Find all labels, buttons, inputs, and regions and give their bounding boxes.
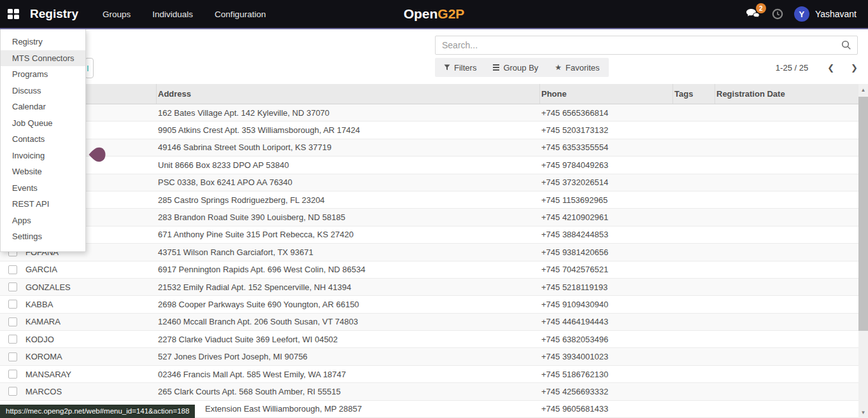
row-checkbox[interactable] [8, 387, 17, 396]
cell-address[interactable]: 9905 Atkins Crest Apt. 353 Williamsborou… [157, 125, 540, 135]
cell-phone[interactable]: +745 4464194443 [540, 317, 673, 326]
user-menu[interactable]: Y Yashavant [794, 6, 857, 22]
cell-phone[interactable]: +745 4256693332 [540, 387, 673, 396]
header-address[interactable]: Address [157, 84, 540, 104]
cell-address[interactable]: 265 Clark Courts Apt. 568 South Amber, R… [157, 387, 540, 396]
table-row[interactable]: FOFANA 43751 Wilson Ranch Garciafort, TX… [0, 244, 858, 261]
cell-phone[interactable]: +745 5203173132 [540, 125, 673, 135]
row-checkbox[interactable] [8, 370, 17, 379]
app-menu-item-rest-api[interactable]: REST API [1, 196, 85, 212]
row-checkbox[interactable] [8, 335, 17, 344]
cell-address[interactable]: 285 Castro Springs Rodriguezberg, FL 232… [157, 195, 540, 205]
activities-clock-icon[interactable] [772, 8, 783, 20]
app-menu-item-apps[interactable]: Apps [1, 212, 85, 229]
table-row[interactable]: KABBA 2698 Cooper Parkways Suite 690 You… [0, 296, 858, 313]
cell-address[interactable]: 2278 Clarke Viaduct Suite 369 Leefort, W… [157, 335, 540, 344]
messages-icon[interactable]: 2 [746, 8, 761, 20]
cell-phone[interactable]: +745 6565366814 [540, 108, 673, 118]
cell-address[interactable]: 671 Anthony Pine Suite 315 Port Rebecca,… [157, 230, 540, 239]
pager-next-icon[interactable]: ❯ [851, 63, 858, 73]
row-checkbox[interactable] [8, 317, 17, 326]
row-checkbox[interactable] [8, 265, 17, 274]
table-row[interactable]: GARCIA 6917 Pennington Rapids Apt. 696 W… [0, 261, 858, 279]
table-row[interactable]: GONZALES 21532 Emily Radial Apt. 152 Spe… [0, 279, 858, 296]
table-row[interactable]: MANSARAY 02346 Francis Mall Apt. 585 Wes… [0, 366, 858, 383]
cell-address[interactable]: 283 Brandon Road Suite 390 Louisberg, ND… [157, 212, 540, 222]
cell-phone[interactable]: +745 9784049263 [540, 160, 673, 170]
cell-address[interactable]: 43751 Wilson Ranch Garciafort, TX 93671 [157, 247, 540, 257]
table-row[interactable]: PSC 0338, Box 6241 APO AA 76340 +745 373… [0, 174, 858, 192]
table-row[interactable]: KAMARA 12460 Mccall Branch Apt. 206 Sout… [0, 314, 858, 331]
app-menu-item-contacts[interactable]: Contacts [1, 131, 85, 148]
scrollbar-thumb[interactable] [858, 97, 868, 331]
table-row[interactable]: 285 Castro Springs Rodriguezberg, FL 232… [0, 192, 858, 209]
cell-name[interactable]: KODJO [25, 335, 157, 344]
cell-address[interactable]: 527 Jones Drives Port Joseph, MI 90756 [157, 352, 540, 361]
table-row[interactable]: Unit 8666 Box 8233 DPO AP 53840 +745 978… [0, 157, 858, 174]
cell-address[interactable]: 21532 Emily Radial Apt. 152 Spencerville… [157, 282, 540, 292]
group-by-button[interactable]: Group By [493, 63, 538, 73]
cell-phone[interactable]: +745 9381420656 [540, 247, 673, 257]
cell-name[interactable]: GONZALES [25, 282, 157, 292]
cell-phone[interactable]: +745 3732026514 [540, 178, 673, 187]
app-menu-item-job-queue[interactable]: Job Queue [1, 115, 85, 132]
current-app-title[interactable]: Registry [30, 7, 78, 21]
cell-name[interactable]: MARCOS [25, 387, 157, 396]
cell-address[interactable]: 6917 Pennington Rapids Apt. 696 West Col… [157, 265, 540, 274]
cell-phone[interactable]: +745 3884244853 [540, 230, 673, 239]
row-checkbox[interactable] [8, 300, 17, 309]
cell-address[interactable]: PSC 0338, Box 6241 APO AA 76340 [157, 178, 540, 187]
cell-address[interactable]: 02346 Francis Mall Apt. 585 West Emily, … [157, 370, 540, 379]
cell-phone[interactable]: +745 9605681433 [540, 404, 673, 414]
table-row[interactable]: 671 Anthony Pine Suite 315 Port Rebecca,… [0, 226, 858, 244]
cell-address[interactable]: 2698 Cooper Parkways Suite 690 Youngton,… [157, 300, 540, 309]
app-menu-item-invoicing[interactable]: Invoicing [1, 148, 85, 164]
cell-address[interactable]: 12460 Mccall Branch Apt. 206 South Susan… [157, 317, 540, 326]
cell-name[interactable]: KABBA [25, 300, 157, 309]
app-menu-item-registry[interactable]: Registry [1, 34, 85, 50]
app-menu-item-programs[interactable]: Programs [1, 66, 85, 83]
row-checkbox[interactable] [8, 282, 17, 291]
app-menu-item-website[interactable]: Website [1, 164, 85, 180]
table-row[interactable]: 162 Bates Village Apt. 142 Kyleville, ND… [0, 104, 858, 122]
menu-configuration[interactable]: Configuration [215, 10, 266, 19]
cell-name[interactable]: MANSARAY [25, 370, 157, 379]
cell-address[interactable]: 49146 Sabrina Street South Loriport, KS … [157, 143, 540, 152]
header-tags[interactable]: Tags [673, 84, 715, 104]
cell-phone[interactable]: +745 6382053496 [540, 335, 673, 344]
cell-phone[interactable]: +745 1153692965 [540, 195, 673, 205]
cell-name[interactable]: GARCIA [25, 265, 157, 274]
user-avatar[interactable]: Y [794, 6, 809, 22]
filters-button[interactable]: Filters [444, 63, 476, 73]
table-row[interactable]: KOROMA 527 Jones Drives Port Joseph, MI … [0, 348, 858, 365]
row-checkbox[interactable] [8, 352, 17, 361]
cell-name[interactable]: KOROMA [25, 352, 157, 361]
table-row[interactable]: 49146 Sabrina Street South Loriport, KS … [0, 139, 858, 157]
header-registration-date[interactable]: Registration Date [715, 84, 858, 104]
cell-phone[interactable]: +745 3934001023 [540, 352, 673, 361]
app-menu-item-settings[interactable]: Settings [1, 228, 85, 245]
vertical-scrollbar[interactable]: ▲ ▼ [858, 84, 868, 418]
partially-hidden-button[interactable] [85, 58, 94, 78]
scroll-up-icon[interactable]: ▲ [858, 87, 868, 93]
app-menu-item-calendar[interactable]: Calendar [1, 99, 85, 115]
header-phone[interactable]: Phone [540, 84, 673, 104]
table-row[interactable]: 283 Brandon Road Suite 390 Louisberg, ND… [0, 209, 858, 226]
search-input[interactable] [436, 36, 836, 54]
apps-grid-icon[interactable] [8, 9, 20, 20]
scroll-down-icon[interactable]: ▼ [858, 410, 868, 415]
cell-address[interactable]: 162 Bates Village Apt. 142 Kyleville, ND… [157, 108, 540, 118]
cell-address[interactable]: Unit 8666 Box 8233 DPO AP 53840 [157, 160, 540, 170]
cell-address[interactable]: Extension East Williamborough, MP 28857 [157, 404, 540, 414]
favorites-button[interactable]: ★ Favorites [555, 63, 599, 73]
cell-phone[interactable]: +745 6353355554 [540, 143, 673, 152]
app-menu-item-discuss[interactable]: Discuss [1, 83, 85, 99]
app-menu-item-mts-connectors[interactable]: MTS Connectors [1, 50, 85, 67]
cell-phone[interactable]: +745 4210902961 [540, 212, 673, 222]
search-icon[interactable] [836, 40, 857, 50]
menu-groups[interactable]: Groups [103, 10, 131, 19]
table-row[interactable]: 9905 Atkins Crest Apt. 353 Williamsborou… [0, 122, 858, 139]
table-row[interactable]: MARCOS 265 Clark Courts Apt. 568 South A… [0, 383, 858, 400]
table-row[interactable]: KODJO 2278 Clarke Viaduct Suite 369 Leef… [0, 331, 858, 348]
app-menu-item-events[interactable]: Events [1, 180, 85, 197]
